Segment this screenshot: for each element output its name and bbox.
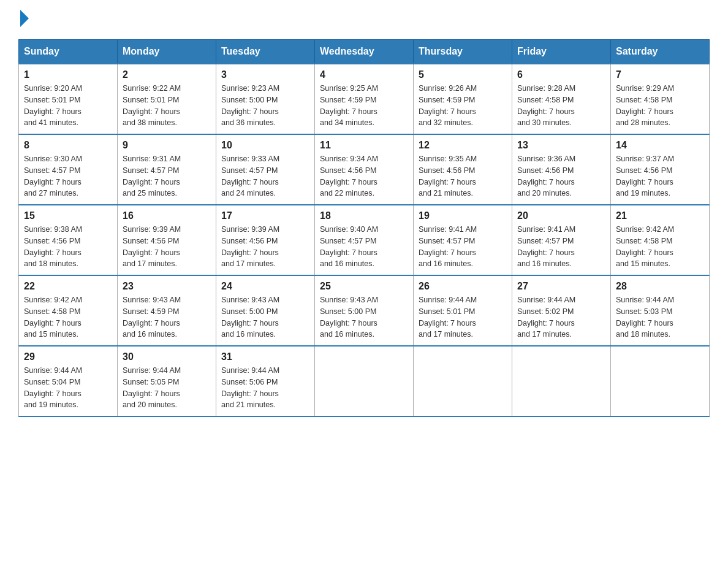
calendar-cell: 28Sunrise: 9:44 AMSunset: 5:03 PMDayligh… (611, 275, 710, 346)
calendar-header-friday: Friday (512, 40, 611, 64)
calendar-cell: 14Sunrise: 9:37 AMSunset: 4:56 PMDayligh… (611, 134, 710, 205)
day-info: Sunrise: 9:42 AMSunset: 4:58 PMDaylight:… (24, 294, 112, 340)
day-number: 2 (123, 69, 211, 80)
calendar-cell: 22Sunrise: 9:42 AMSunset: 4:58 PMDayligh… (19, 275, 118, 346)
calendar-cell: 5Sunrise: 9:26 AMSunset: 4:59 PMDaylight… (414, 64, 512, 134)
day-number: 26 (419, 281, 507, 292)
calendar-header-monday: Monday (118, 40, 216, 64)
calendar-header-sunday: Sunday (19, 40, 118, 64)
day-number: 1 (24, 69, 112, 80)
day-info: Sunrise: 9:34 AMSunset: 4:56 PMDaylight:… (320, 153, 408, 199)
calendar-cell: 30Sunrise: 9:44 AMSunset: 5:05 PMDayligh… (118, 346, 216, 416)
calendar-cell: 6Sunrise: 9:28 AMSunset: 4:58 PMDaylight… (512, 64, 611, 134)
day-number: 17 (221, 210, 309, 221)
calendar-cell: 11Sunrise: 9:34 AMSunset: 4:56 PMDayligh… (315, 134, 414, 205)
calendar-cell: 18Sunrise: 9:40 AMSunset: 4:57 PMDayligh… (315, 205, 414, 275)
day-info: Sunrise: 9:40 AMSunset: 4:57 PMDaylight:… (320, 224, 408, 270)
day-number: 27 (517, 281, 605, 292)
day-info: Sunrise: 9:42 AMSunset: 4:58 PMDaylight:… (616, 224, 704, 270)
calendar-cell: 9Sunrise: 9:31 AMSunset: 4:57 PMDaylight… (118, 134, 216, 205)
day-number: 11 (320, 140, 408, 151)
calendar-cell: 17Sunrise: 9:39 AMSunset: 4:56 PMDayligh… (216, 205, 315, 275)
day-info: Sunrise: 9:43 AMSunset: 5:00 PMDaylight:… (320, 294, 408, 340)
logo (18, 12, 31, 27)
calendar-cell: 2Sunrise: 9:22 AMSunset: 5:01 PMDaylight… (118, 64, 216, 134)
day-number: 12 (419, 140, 507, 151)
day-info: Sunrise: 9:25 AMSunset: 4:59 PMDaylight:… (320, 83, 408, 129)
day-number: 29 (24, 351, 112, 362)
day-info: Sunrise: 9:44 AMSunset: 5:04 PMDaylight:… (24, 365, 112, 411)
day-number: 7 (616, 69, 704, 80)
calendar-cell: 15Sunrise: 9:38 AMSunset: 4:56 PMDayligh… (19, 205, 118, 275)
calendar-cell: 7Sunrise: 9:29 AMSunset: 4:58 PMDaylight… (611, 64, 710, 134)
calendar-cell: 10Sunrise: 9:33 AMSunset: 4:57 PMDayligh… (216, 134, 315, 205)
day-info: Sunrise: 9:28 AMSunset: 4:58 PMDaylight:… (517, 83, 605, 129)
calendar-cell: 29Sunrise: 9:44 AMSunset: 5:04 PMDayligh… (19, 346, 118, 416)
calendar-cell: 24Sunrise: 9:43 AMSunset: 5:00 PMDayligh… (216, 275, 315, 346)
day-info: Sunrise: 9:41 AMSunset: 4:57 PMDaylight:… (517, 224, 605, 270)
calendar-header-row: SundayMondayTuesdayWednesdayThursdayFrid… (19, 40, 710, 64)
calendar-header-thursday: Thursday (414, 40, 512, 64)
day-number: 13 (517, 140, 605, 151)
day-number: 4 (320, 69, 408, 80)
day-number: 9 (123, 140, 211, 151)
day-info: Sunrise: 9:43 AMSunset: 5:00 PMDaylight:… (221, 294, 309, 340)
calendar-cell: 21Sunrise: 9:42 AMSunset: 4:58 PMDayligh… (611, 205, 710, 275)
calendar-cell: 20Sunrise: 9:41 AMSunset: 4:57 PMDayligh… (512, 205, 611, 275)
day-info: Sunrise: 9:33 AMSunset: 4:57 PMDaylight:… (221, 153, 309, 199)
day-info: Sunrise: 9:22 AMSunset: 5:01 PMDaylight:… (123, 83, 211, 129)
day-info: Sunrise: 9:44 AMSunset: 5:01 PMDaylight:… (419, 294, 507, 340)
day-number: 21 (616, 210, 704, 221)
day-number: 15 (24, 210, 112, 221)
day-info: Sunrise: 9:39 AMSunset: 4:56 PMDaylight:… (123, 224, 211, 270)
day-number: 10 (221, 140, 309, 151)
calendar-cell (611, 346, 710, 416)
day-info: Sunrise: 9:44 AMSunset: 5:03 PMDaylight:… (616, 294, 704, 340)
calendar-week-4: 22Sunrise: 9:42 AMSunset: 4:58 PMDayligh… (19, 275, 710, 346)
calendar-header-tuesday: Tuesday (216, 40, 315, 64)
calendar-cell: 19Sunrise: 9:41 AMSunset: 4:57 PMDayligh… (414, 205, 512, 275)
page-header (18, 12, 710, 27)
day-info: Sunrise: 9:39 AMSunset: 4:56 PMDaylight:… (221, 224, 309, 270)
calendar-cell: 1Sunrise: 9:20 AMSunset: 5:01 PMDaylight… (19, 64, 118, 134)
day-number: 6 (517, 69, 605, 80)
day-number: 14 (616, 140, 704, 151)
calendar-cell: 23Sunrise: 9:43 AMSunset: 4:59 PMDayligh… (118, 275, 216, 346)
calendar-header-wednesday: Wednesday (315, 40, 414, 64)
day-info: Sunrise: 9:44 AMSunset: 5:06 PMDaylight:… (221, 365, 309, 411)
calendar-cell: 26Sunrise: 9:44 AMSunset: 5:01 PMDayligh… (414, 275, 512, 346)
day-number: 18 (320, 210, 408, 221)
day-info: Sunrise: 9:36 AMSunset: 4:56 PMDaylight:… (517, 153, 605, 199)
calendar-cell (512, 346, 611, 416)
calendar-cell (414, 346, 512, 416)
logo-arrow-icon (20, 10, 29, 27)
day-number: 25 (320, 281, 408, 292)
day-info: Sunrise: 9:41 AMSunset: 4:57 PMDaylight:… (419, 224, 507, 270)
calendar-cell: 4Sunrise: 9:25 AMSunset: 4:59 PMDaylight… (315, 64, 414, 134)
day-number: 8 (24, 140, 112, 151)
calendar-cell: 16Sunrise: 9:39 AMSunset: 4:56 PMDayligh… (118, 205, 216, 275)
day-number: 24 (221, 281, 309, 292)
calendar-cell (315, 346, 414, 416)
day-info: Sunrise: 9:29 AMSunset: 4:58 PMDaylight:… (616, 83, 704, 129)
calendar-cell: 3Sunrise: 9:23 AMSunset: 5:00 PMDaylight… (216, 64, 315, 134)
day-info: Sunrise: 9:44 AMSunset: 5:02 PMDaylight:… (517, 294, 605, 340)
day-info: Sunrise: 9:20 AMSunset: 5:01 PMDaylight:… (24, 83, 112, 129)
day-number: 3 (221, 69, 309, 80)
day-info: Sunrise: 9:23 AMSunset: 5:00 PMDaylight:… (221, 83, 309, 129)
day-number: 23 (123, 281, 211, 292)
day-info: Sunrise: 9:38 AMSunset: 4:56 PMDaylight:… (24, 224, 112, 270)
calendar-cell: 8Sunrise: 9:30 AMSunset: 4:57 PMDaylight… (19, 134, 118, 205)
day-info: Sunrise: 9:26 AMSunset: 4:59 PMDaylight:… (419, 83, 507, 129)
day-number: 28 (616, 281, 704, 292)
day-info: Sunrise: 9:43 AMSunset: 4:59 PMDaylight:… (123, 294, 211, 340)
calendar-cell: 31Sunrise: 9:44 AMSunset: 5:06 PMDayligh… (216, 346, 315, 416)
day-info: Sunrise: 9:37 AMSunset: 4:56 PMDaylight:… (616, 153, 704, 199)
day-info: Sunrise: 9:35 AMSunset: 4:56 PMDaylight:… (419, 153, 507, 199)
day-number: 19 (419, 210, 507, 221)
calendar-cell: 13Sunrise: 9:36 AMSunset: 4:56 PMDayligh… (512, 134, 611, 205)
calendar-header-saturday: Saturday (611, 40, 710, 64)
calendar-table: SundayMondayTuesdayWednesdayThursdayFrid… (18, 39, 710, 417)
calendar-cell: 25Sunrise: 9:43 AMSunset: 5:00 PMDayligh… (315, 275, 414, 346)
day-info: Sunrise: 9:30 AMSunset: 4:57 PMDaylight:… (24, 153, 112, 199)
